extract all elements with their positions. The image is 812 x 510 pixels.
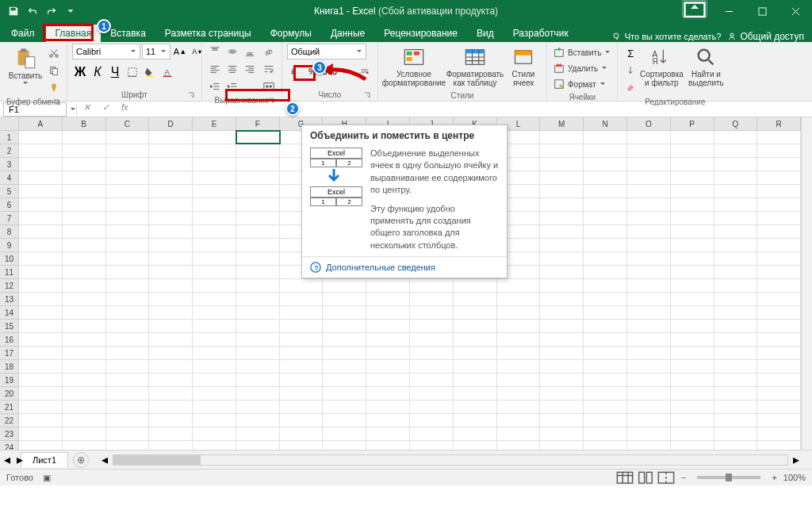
zoom-slider[interactable] (697, 476, 760, 479)
column-header[interactable]: N (584, 117, 627, 130)
clipboard-launcher-icon[interactable] (52, 98, 60, 106)
tab-data[interactable]: Данные (321, 25, 374, 42)
wrap-text-icon[interactable] (261, 61, 277, 77)
page-layout-view-icon[interactable] (637, 471, 654, 484)
decrease-indent-icon[interactable] (207, 79, 223, 94)
border-icon[interactable] (124, 64, 140, 80)
row-header[interactable]: 4 (0, 171, 18, 185)
fill-icon[interactable] (622, 63, 638, 79)
vertical-scrollbar[interactable] (801, 117, 812, 450)
name-box-dropdown-icon[interactable] (70, 106, 76, 113)
tab-file[interactable]: Файл (0, 25, 46, 42)
increase-decimal-icon[interactable]: ,0 (339, 63, 355, 79)
cell-styles-button[interactable]: Стили ячеек (505, 44, 542, 90)
format-as-table-button[interactable]: Форматировать как таблицу (445, 44, 505, 90)
share-button[interactable]: Общий доступ (727, 31, 804, 42)
row-header[interactable]: 7 (0, 212, 18, 225)
maximize-button[interactable] (745, 0, 779, 22)
row-header[interactable]: 24 (0, 441, 18, 451)
tab-view[interactable]: Вид (467, 25, 504, 42)
tooltip-more-info-link[interactable]: ? Дополнительные сведения (302, 256, 507, 278)
undo-icon[interactable] (25, 4, 40, 18)
column-header[interactable]: A (19, 117, 63, 130)
sheet-nav-prev-icon[interactable]: ◂ (2, 454, 13, 466)
column-header[interactable]: Q (714, 117, 758, 130)
column-header[interactable]: M (540, 117, 584, 130)
column-header[interactable]: B (63, 117, 106, 130)
font-name-select[interactable]: Calibri (72, 44, 140, 59)
row-header[interactable]: 15 (0, 320, 18, 333)
row-header[interactable]: 14 (0, 306, 18, 320)
row-header[interactable]: 3 (0, 158, 18, 171)
orientation-icon[interactable]: ab (261, 44, 277, 59)
row-header[interactable]: 1 (0, 131, 18, 144)
align-top-icon[interactable] (207, 44, 223, 59)
row-header[interactable]: 17 (0, 347, 18, 360)
sheet-nav-next-icon[interactable]: ▸ (14, 454, 25, 466)
grow-font-icon[interactable]: A▲ (172, 44, 188, 59)
row-header[interactable]: 8 (0, 225, 18, 239)
horizontal-scrollbar[interactable]: ◂▸ (97, 452, 804, 468)
zoom-level[interactable]: 100% (783, 473, 806, 482)
format-cells-button[interactable]: Формат (552, 77, 607, 91)
macro-record-icon[interactable]: ▣ (43, 473, 51, 483)
row-header[interactable]: 22 (0, 414, 18, 428)
row-header[interactable]: 18 (0, 360, 18, 374)
column-header[interactable]: C (106, 117, 150, 130)
row-header[interactable]: 21 (0, 401, 18, 414)
cancel-formula-icon[interactable]: ✕ (83, 102, 98, 117)
tab-page-layout[interactable]: Разметка страницы (155, 25, 261, 42)
sheet-tab-1[interactable]: Лист1 (21, 452, 68, 467)
tab-review[interactable]: Рецензирование (374, 25, 467, 42)
increase-indent-icon[interactable] (224, 79, 240, 94)
autosum-icon[interactable]: Σ (622, 45, 638, 61)
row-header[interactable]: 2 (0, 144, 18, 158)
font-color-icon[interactable]: A (159, 64, 175, 80)
italic-button[interactable]: К (90, 64, 105, 80)
qat-customize-icon[interactable] (63, 4, 78, 18)
tab-formulas[interactable]: Формулы (261, 25, 321, 42)
tab-developer[interactable]: Разработчик (504, 25, 578, 42)
row-header[interactable]: 9 (0, 239, 18, 252)
page-break-view-icon[interactable] (657, 471, 675, 484)
select-all-corner[interactable] (0, 117, 18, 131)
row-header[interactable]: 20 (0, 387, 18, 401)
align-bottom-icon[interactable] (242, 44, 258, 59)
row-header[interactable]: 10 (0, 252, 18, 266)
row-header[interactable]: 12 (0, 279, 18, 293)
insert-cells-button[interactable]: Вставить (552, 45, 612, 59)
row-header[interactable]: 13 (0, 293, 18, 306)
row-header[interactable]: 5 (0, 185, 18, 198)
column-header[interactable]: F (236, 117, 280, 130)
column-header[interactable]: D (149, 117, 193, 130)
row-header[interactable]: 11 (0, 266, 18, 279)
font-launcher-icon[interactable] (187, 91, 195, 99)
cut-icon[interactable] (46, 45, 62, 61)
align-left-icon[interactable] (207, 61, 223, 77)
number-launcher-icon[interactable] (363, 91, 371, 99)
clear-icon[interactable] (622, 80, 638, 96)
font-size-select[interactable]: 11 (142, 44, 170, 59)
paste-button[interactable]: Вставить (5, 44, 46, 90)
format-painter-icon[interactable] (46, 80, 62, 96)
normal-view-icon[interactable] (616, 471, 634, 484)
column-header[interactable]: E (193, 117, 236, 130)
alignment-launcher-icon[interactable] (267, 97, 275, 105)
underline-button[interactable]: Ч (107, 64, 123, 80)
enter-formula-icon[interactable]: ✓ (102, 102, 117, 117)
conditional-formatting-button[interactable]: Условное форматирование (383, 44, 445, 90)
row-header[interactable]: 23 (0, 428, 18, 441)
save-icon[interactable] (6, 4, 21, 18)
sort-filter-button[interactable]: АЯСортировка и фильтр (638, 44, 684, 90)
decrease-decimal-icon[interactable]: ,00 (357, 63, 373, 79)
tell-me-search[interactable]: Что вы хотите сделать? (612, 32, 722, 41)
align-center-icon[interactable] (224, 61, 240, 77)
column-header[interactable]: O (627, 117, 671, 130)
row-header[interactable]: 19 (0, 374, 18, 387)
align-middle-icon[interactable] (224, 44, 240, 59)
number-format-select[interactable]: Общий (287, 44, 366, 59)
fx-icon[interactable]: fx (121, 102, 136, 117)
column-header[interactable]: P (671, 117, 714, 130)
row-header[interactable]: 16 (0, 333, 18, 347)
bold-button[interactable]: Ж (72, 64, 88, 80)
